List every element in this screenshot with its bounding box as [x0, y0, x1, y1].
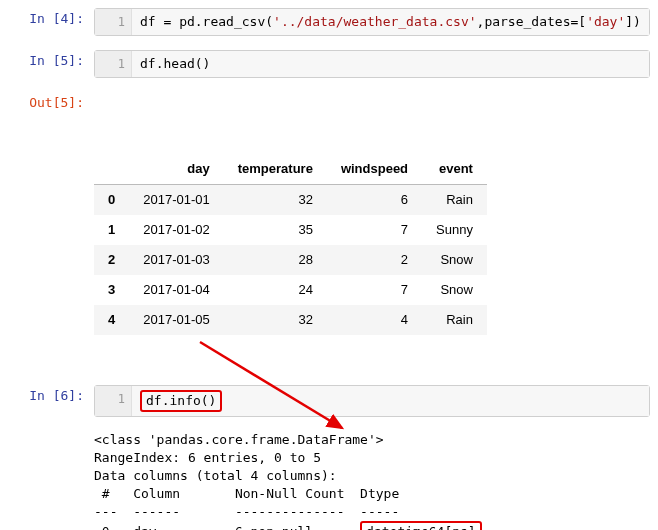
input-5[interactable]: 1 df.head() [94, 50, 650, 78]
prompt-out-5: Out[5]: [8, 92, 94, 114]
output-6: <class 'pandas.core.frame.DataFrame'> Ra… [94, 431, 650, 530]
code-6[interactable]: df.info() [132, 386, 649, 416]
cell-out-5: Out[5]: [8, 92, 650, 114]
code-5[interactable]: df.head() [132, 51, 649, 77]
cell-in-6: In [6]: 1 df.info() [8, 385, 650, 417]
gutter-5: 1 [95, 51, 132, 77]
col-windspeed: windspeed [327, 154, 422, 185]
prompt-in-5: In [5]: [8, 50, 94, 72]
col-day: day [129, 154, 224, 185]
gutter-4: 1 [95, 9, 132, 35]
output-5: day temperature windspeed event 0 2017-0… [94, 118, 650, 371]
highlight-dtype: datetime64[ns] [360, 521, 482, 530]
table-row: 4 2017-01-05 32 4 Rain [94, 305, 487, 335]
col-event: event [422, 154, 487, 185]
table-row: 1 2017-01-02 35 7 Sunny [94, 215, 487, 245]
dataframe: day temperature windspeed event 0 2017-0… [94, 154, 487, 335]
table-row: 2 2017-01-03 28 2 Snow [94, 245, 487, 275]
cell-in-4: In [4]: 1 df = pd.read_csv('../data/weat… [8, 8, 650, 36]
highlight-info-call: df.info() [140, 390, 222, 412]
table-header-row: day temperature windspeed event [94, 154, 487, 185]
input-4[interactable]: 1 df = pd.read_csv('../data/weather_data… [94, 8, 650, 36]
col-idx [94, 154, 129, 185]
cell-out-5-body: day temperature windspeed event 0 2017-0… [8, 118, 650, 371]
col-temperature: temperature [224, 154, 327, 185]
input-6[interactable]: 1 df.info() [94, 385, 650, 417]
table-row: 0 2017-01-01 32 6 Rain [94, 185, 487, 216]
cell-out-6: <class 'pandas.core.frame.DataFrame'> Ra… [8, 431, 650, 530]
table-row: 3 2017-01-04 24 7 Snow [94, 275, 487, 305]
prompt-in-4: In [4]: [8, 8, 94, 30]
cell-in-5: In [5]: 1 df.head() [8, 50, 650, 78]
code-4[interactable]: df = pd.read_csv('../data/weather_data.c… [132, 9, 649, 35]
prompt-in-6: In [6]: [8, 385, 94, 407]
gutter-6: 1 [95, 386, 132, 416]
